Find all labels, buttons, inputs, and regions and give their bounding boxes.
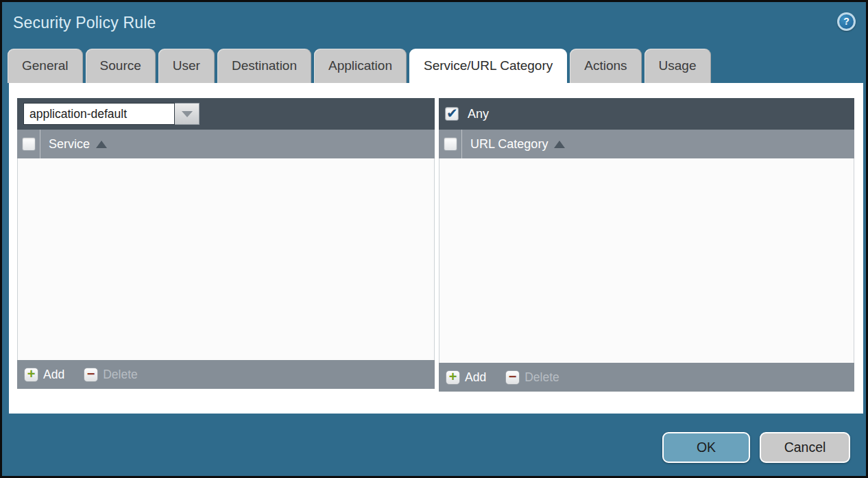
url-category-column-header: URL Category xyxy=(439,130,854,158)
url-category-column-label[interactable]: URL Category xyxy=(470,137,548,152)
url-category-panel-header: Any xyxy=(439,98,854,130)
minus-icon: − xyxy=(84,368,98,382)
any-checkbox[interactable] xyxy=(445,107,459,121)
service-panel-footer: + Add − Delete xyxy=(17,360,435,389)
tab-service-url-category[interactable]: Service/URL Category xyxy=(409,49,567,83)
service-add-button[interactable]: + Add xyxy=(24,368,64,382)
service-type-dropdown-value[interactable]: application-default xyxy=(23,103,175,125)
plus-icon: + xyxy=(446,370,460,385)
url-category-panel-footer: + Add − Delete xyxy=(439,363,854,392)
question-mark-icon: ? xyxy=(839,14,854,29)
service-add-label: Add xyxy=(43,368,64,382)
service-type-dropdown-button[interactable] xyxy=(175,103,200,125)
service-panel: application-default Service + Add xyxy=(17,98,435,389)
tab-general[interactable]: General xyxy=(8,49,83,83)
url-category-delete-label: Delete xyxy=(525,370,559,385)
dialog-title: Security Policy Rule xyxy=(13,14,156,32)
tab-actions[interactable]: Actions xyxy=(570,49,641,83)
ok-button[interactable]: OK xyxy=(662,432,750,463)
security-policy-rule-dialog: Security Policy Rule ? General Source Us… xyxy=(0,0,868,478)
plus-icon: + xyxy=(24,368,38,382)
url-category-delete-button[interactable]: − Delete xyxy=(505,370,559,385)
service-delete-label: Delete xyxy=(103,368,138,382)
url-category-add-label: Add xyxy=(465,370,486,385)
tab-user[interactable]: User xyxy=(158,49,215,83)
url-category-panel: Any URL Category + Add − Delete xyxy=(439,98,854,392)
chevron-down-icon xyxy=(182,111,193,117)
service-type-dropdown[interactable]: application-default xyxy=(23,103,200,125)
tab-application[interactable]: Application xyxy=(314,49,407,83)
url-category-add-button[interactable]: + Add xyxy=(446,370,486,385)
cancel-button[interactable]: Cancel xyxy=(760,432,850,463)
minus-icon: − xyxy=(505,370,520,385)
service-select-all-cell xyxy=(17,130,40,158)
service-list xyxy=(17,158,435,360)
tab-content-sheet: application-default Service + Add xyxy=(9,83,863,414)
service-select-all-checkbox[interactable] xyxy=(22,137,36,151)
any-label: Any xyxy=(468,107,489,121)
url-category-select-all-cell xyxy=(439,130,462,158)
tab-source[interactable]: Source xyxy=(86,49,156,83)
url-category-list xyxy=(439,158,854,363)
service-column-label[interactable]: Service xyxy=(49,137,90,152)
service-panel-header: application-default xyxy=(17,98,435,130)
tab-usage[interactable]: Usage xyxy=(644,49,711,83)
url-category-select-all-checkbox[interactable] xyxy=(444,137,457,151)
tab-bar: General Source User Destination Applicat… xyxy=(8,49,714,83)
service-delete-button[interactable]: − Delete xyxy=(84,368,138,382)
service-column-header: Service xyxy=(17,130,435,158)
help-icon[interactable]: ? xyxy=(837,12,856,31)
tab-destination[interactable]: Destination xyxy=(217,49,311,83)
sort-ascending-icon[interactable] xyxy=(96,141,107,148)
sort-ascending-icon[interactable] xyxy=(554,141,565,148)
